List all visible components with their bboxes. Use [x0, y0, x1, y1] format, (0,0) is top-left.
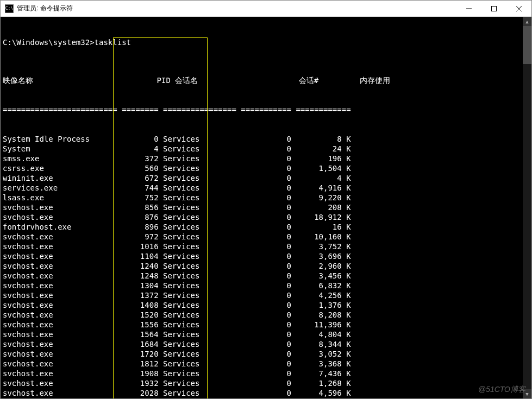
process-row: svchost.exe 856 Services 0 208 K	[3, 202, 529, 212]
process-row: System 4 Services 0 24 K	[3, 144, 529, 154]
watermark: @51CTO博客	[478, 385, 525, 395]
process-row: svchost.exe 972 Services 0 10,160 K	[3, 232, 529, 242]
vertical-scrollbar[interactable]: ▲ ▼	[523, 17, 531, 398]
process-row: svchost.exe 1812 Services 0 3,368 K	[3, 359, 529, 369]
process-row: svchost.exe 876 Services 0 18,912 K	[3, 212, 529, 222]
process-row: csrss.exe 560 Services 0 1,504 K	[3, 163, 529, 173]
process-row: services.exe 744 Services 0 4,916 K	[3, 183, 529, 193]
process-row: smss.exe 372 Services 0 196 K	[3, 154, 529, 163]
console-window: C:\ 管理员: 命令提示符 C:\Windows\system32>taskl…	[0, 0, 532, 399]
command: tasklist	[95, 38, 131, 47]
svg-rect-1	[492, 6, 497, 11]
process-rows: System Idle Process 0 Services 0 8 KSyst…	[3, 134, 529, 398]
process-row: svchost.exe 1016 Services 0 3,752 K	[3, 242, 529, 251]
close-icon	[516, 6, 522, 11]
prompt: C:\Windows\system32>	[3, 38, 95, 47]
titlebar[interactable]: C:\ 管理员: 命令提示符	[1, 1, 531, 17]
process-row: fontdrvhost.exe 896 Services 0 16 K	[3, 222, 529, 232]
process-row: svchost.exe 1720 Services 0 3,052 K	[3, 349, 529, 359]
terminal-output[interactable]: C:\Windows\system32>tasklist 映像名称 PID 会话…	[1, 17, 531, 398]
process-row: svchost.exe 1556 Services 0 11,396 K	[3, 320, 529, 330]
column-headers: 映像名称 PID 会话名 会话# 内存使用	[3, 75, 529, 85]
process-row: svchost.exe 1240 Services 0 2,960 K	[3, 261, 529, 271]
process-row: svchost.exe 1408 Services 0 1,376 K	[3, 300, 529, 310]
cmd-icon: C:\	[5, 4, 14, 13]
process-row: svchost.exe 1908 Services 0 7,436 K	[3, 369, 529, 378]
close-button[interactable]	[506, 1, 531, 16]
process-row: System Idle Process 0 Services 0 8 K	[3, 134, 529, 144]
column-separator: ========================= ======== =====…	[3, 105, 529, 115]
process-row: svchost.exe 1304 Services 0 6,832 K	[3, 281, 529, 290]
process-row: svchost.exe 1520 Services 0 8,208 K	[3, 310, 529, 320]
process-row: svchost.exe 1372 Services 0 4,256 K	[3, 290, 529, 300]
minimize-icon	[466, 6, 472, 11]
scroll-up-button[interactable]: ▲	[523, 17, 531, 26]
process-row: svchost.exe 2036 Services 0 2,720 K	[3, 398, 529, 398]
process-row: svchost.exe 1564 Services 0 4,804 K	[3, 330, 529, 339]
process-row: svchost.exe 2028 Services 0 4,596 K	[3, 388, 529, 398]
minimize-button[interactable]	[456, 1, 481, 16]
window-controls	[456, 1, 531, 16]
process-row: svchost.exe 1248 Services 0 3,456 K	[3, 271, 529, 281]
maximize-button[interactable]	[481, 1, 506, 16]
process-row: svchost.exe 1932 Services 0 1,268 K	[3, 378, 529, 388]
scroll-thumb[interactable]	[523, 26, 531, 64]
process-row: wininit.exe 672 Services 0 4 K	[3, 173, 529, 183]
maximize-icon	[491, 6, 497, 11]
process-row: lsass.exe 752 Services 0 9,220 K	[3, 193, 529, 202]
window-title: 管理员: 命令提示符	[17, 4, 456, 13]
prompt-line: C:\Windows\system32>tasklist	[3, 37, 529, 47]
process-row: svchost.exe 1684 Services 0 8,344 K	[3, 339, 529, 349]
process-row: svchost.exe 1104 Services 0 3,696 K	[3, 251, 529, 261]
